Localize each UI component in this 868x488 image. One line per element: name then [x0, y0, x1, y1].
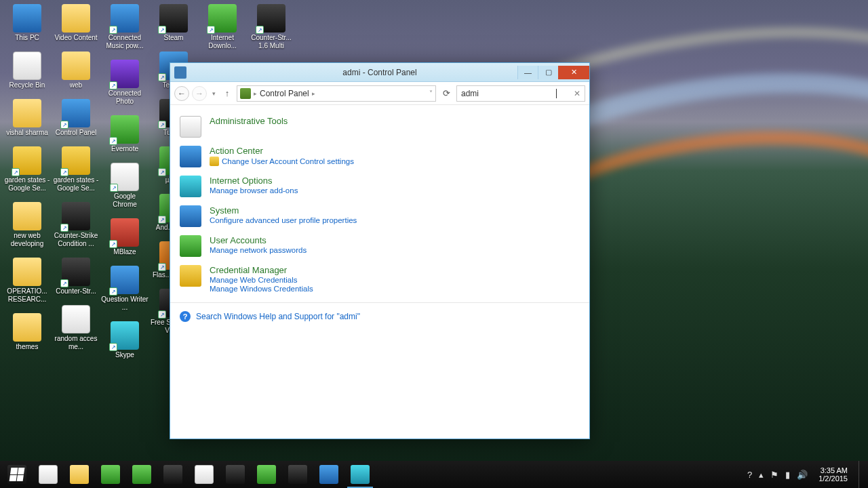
desktop-icon[interactable]: Recycle Bin: [3, 52, 52, 89]
result-title[interactable]: Administrative Tools: [210, 116, 288, 126]
taskbar-sublime-text[interactable]: [220, 461, 251, 488]
show-desktop-button[interactable]: [859, 461, 864, 488]
desktop-icon[interactable]: random acces me...: [52, 305, 100, 351]
refresh-button[interactable]: ⟳: [439, 86, 454, 101]
desktop-icon[interactable]: vishal sharma: [3, 99, 52, 137]
desktop-icon-label: garden states - Google Se...: [52, 176, 100, 192]
sublime-text-icon: [226, 465, 245, 484]
desktop-icon[interactable]: ↗MBlaze: [100, 218, 149, 256]
desktop-icon[interactable]: new web developing: [3, 202, 52, 248]
desktop-icon[interactable]: ↗Evernote: [100, 115, 149, 153]
desktop-icon[interactable]: ↗Counter-Str...: [52, 258, 100, 296]
help-icon: ?: [180, 311, 191, 322]
desktop-icon[interactable]: This PC: [3, 4, 52, 42]
desktop-icon[interactable]: ↗Question Writer ...: [100, 266, 149, 312]
result-sublink[interactable]: Manage network passwords: [210, 246, 307, 254]
breadcrumb-item[interactable]: Control Panel: [260, 89, 309, 98]
action-center-icon[interactable]: ⚑: [770, 470, 778, 480]
taskbar-hp-assistant[interactable]: [33, 461, 64, 488]
app-icon: ↗: [159, 4, 188, 33]
nav-up-button[interactable]: ↑: [220, 86, 234, 101]
help-search-row[interactable]: ?Search Windows Help and Support for "ad…: [180, 308, 580, 330]
search-input-field[interactable]: [461, 89, 556, 98]
desktop-icon[interactable]: ↗Connected Photo: [100, 60, 149, 106]
desktop-icon[interactable]: ↗Counter-Strike Condition ...: [52, 202, 100, 248]
app-icon: [13, 99, 41, 127]
result-sublink[interactable]: Manage Windows Credentials: [210, 285, 313, 293]
window-minimize-button[interactable]: —: [517, 66, 538, 79]
taskbar-media-player[interactable]: [313, 461, 344, 488]
desktop-icon-label: Google Chrome: [101, 192, 149, 209]
desktop-icon-label: Counter-Strike Condition ...: [52, 232, 100, 248]
shortcut-arrow-icon: ↗: [256, 26, 264, 34]
desktop-icon[interactable]: ↗garden states - Google Se...: [52, 146, 100, 192]
taskbar-start[interactable]: [1, 461, 33, 488]
result-sublink[interactable]: Manage browser add-ons: [210, 186, 298, 195]
result-title[interactable]: System: [210, 205, 357, 216]
desktop-icon-label: random acces me...: [52, 335, 100, 351]
nav-forward-button[interactable]: →: [192, 86, 207, 101]
taskbar-windows-store[interactable]: [126, 461, 157, 488]
taskbar-utorrent[interactable]: [95, 461, 126, 488]
help-search-link[interactable]: Search Windows Help and Support for "adm…: [196, 312, 360, 321]
desktop-icon-label: Counter-Str... 1.6 Multi: [248, 34, 295, 50]
shortcut-arrow-icon: ↗: [158, 216, 166, 224]
taskbar-clock[interactable]: 3:35 AM 1/2/2015: [814, 466, 852, 483]
control-panel-window: admi - Control Panel — ▢ ✕ ← → ▾ ↑ ▸ Con…: [170, 62, 590, 439]
result-title[interactable]: Credential Manager: [210, 265, 313, 275]
taskbar[interactable]: ? ▴ ⚑ ▮ 🔊 3:35 AM 1/2/2015: [0, 461, 868, 488]
result-title[interactable]: Internet Options: [210, 176, 298, 186]
desktop-icon[interactable]: ↗Counter-Str... 1.6 Multi: [247, 4, 296, 50]
desktop-icon[interactable]: themes: [3, 313, 52, 351]
shortcut-arrow-icon: ↗: [158, 263, 166, 271]
result-sublink[interactable]: Manage Web Credentials: [210, 276, 313, 284]
taskbar-android-studio[interactable]: [251, 461, 282, 488]
desktop-icon[interactable]: OPERATIO... RESEARC...: [3, 258, 52, 304]
volume-icon[interactable]: 🔊: [797, 470, 808, 480]
result-sublink[interactable]: Configure advanced user profile properti…: [210, 216, 357, 224]
desktop-icon[interactable]: ↗Skype: [100, 321, 149, 359]
shortcut-arrow-icon: ↗: [60, 279, 68, 287]
result-title[interactable]: User Accounts: [210, 235, 307, 245]
app-icon: ↗: [111, 218, 139, 247]
control-panel-icon: [351, 465, 370, 484]
search-input[interactable]: ✕: [456, 85, 585, 102]
desktop-icon[interactable]: web: [52, 52, 100, 89]
result-sublink[interactable]: Change User Account Control settings: [210, 157, 354, 166]
desktop-icon-label: OPERATIO... RESEARC...: [3, 287, 51, 304]
nav-back-button[interactable]: ←: [174, 86, 189, 101]
help-icon[interactable]: ?: [747, 470, 752, 480]
network-icon[interactable]: ▮: [785, 470, 790, 480]
desktop-icon[interactable]: ↗Steam: [149, 4, 198, 42]
shortcut-arrow-icon: ↗: [109, 287, 117, 296]
desktop-icon[interactable]: ↗garden states - Google Se...: [3, 146, 52, 192]
breadcrumb[interactable]: ▸ Control Panel ▸ ˅: [237, 85, 436, 102]
clear-search-icon[interactable]: ✕: [574, 89, 580, 98]
window-system-icon[interactable]: [174, 66, 186, 79]
result-title[interactable]: Action Center: [210, 146, 354, 156]
tray-expand-icon[interactable]: ▴: [759, 470, 764, 480]
windows-store-icon: [132, 465, 151, 484]
taskbar-google-chrome[interactable]: [189, 461, 220, 488]
taskbar-half-life[interactable]: [282, 461, 313, 488]
desktop-icon[interactable]: ↗Control Panel: [52, 99, 100, 137]
desktop-icon[interactable]: ↗Internet Downlo...: [198, 4, 247, 50]
window-titlebar[interactable]: admi - Control Panel — ▢ ✕: [170, 63, 589, 82]
taskbar-free-screen-to-video[interactable]: [157, 461, 189, 488]
desktop-icon-label: web: [70, 81, 82, 89]
window-maximize-button[interactable]: ▢: [538, 66, 558, 79]
window-close-button[interactable]: ✕: [558, 66, 589, 79]
desktop-icon-label: Recycle Bin: [9, 81, 45, 89]
desktop-icon[interactable]: ↗Google Chrome: [100, 163, 149, 209]
nav-history-dropdown[interactable]: ▾: [210, 90, 218, 97]
result-icon: [180, 176, 201, 197]
desktop-icon[interactable]: ↗Connected Music pow...: [100, 4, 149, 50]
taskbar-control-panel[interactable]: [344, 461, 376, 488]
desktop-icon[interactable]: Video Content: [52, 4, 100, 42]
shortcut-arrow-icon: ↗: [60, 121, 68, 129]
app-icon: ↗: [62, 146, 90, 175]
app-icon: [62, 4, 90, 33]
system-tray[interactable]: ? ▴ ⚑ ▮ 🔊 3:35 AM 1/2/2015: [747, 461, 867, 488]
chevron-down-icon[interactable]: ˅: [429, 89, 433, 97]
taskbar-file-explorer[interactable]: [64, 461, 95, 488]
